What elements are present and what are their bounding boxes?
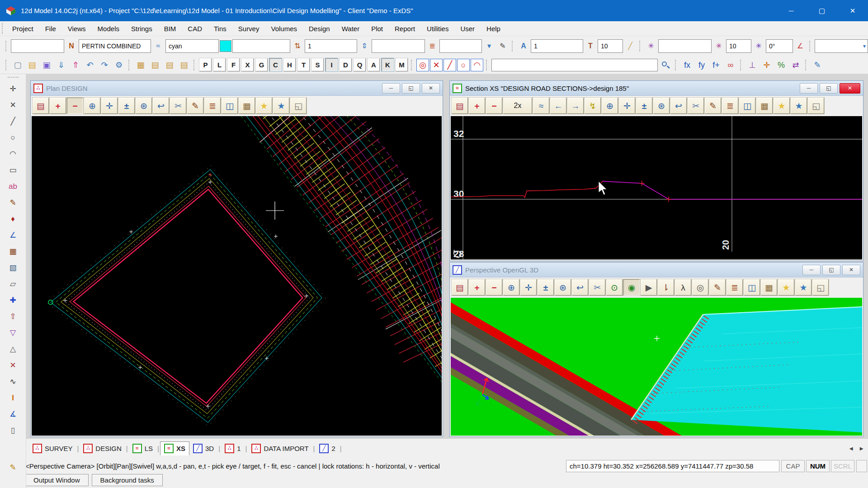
section-zoom-previous-button[interactable]: ↩	[670, 98, 687, 114]
tabs-scroll-right[interactable]: ►	[859, 445, 864, 452]
line-snap-button[interactable]: ╱	[443, 59, 456, 71]
toggle-images-button[interactable]: I	[326, 58, 338, 71]
survey-target-button[interactable]: ✛	[760, 58, 774, 72]
section-zoom-fit-button[interactable]: ⊕	[602, 98, 618, 114]
section-paintbrush-button[interactable]: ✎	[705, 98, 721, 114]
view-tab-data-import[interactable]: ∴DATA IMPORT	[248, 442, 312, 455]
plan-close-button[interactable]: ✕	[422, 83, 440, 94]
menu-item-project[interactable]: Project	[6, 21, 39, 36]
plan-star-yellow-button[interactable]: ★	[256, 98, 272, 114]
perspective-pan-button[interactable]: ✛	[520, 279, 537, 296]
new-project-button[interactable]: ▢	[11, 58, 24, 72]
delete-tool[interactable]: ✕	[5, 98, 21, 112]
chain-button[interactable]: ∞	[724, 58, 737, 72]
perspective-zoom-out-button[interactable]: −	[486, 279, 502, 296]
section-delete-button[interactable]: ✂	[688, 98, 704, 114]
symbol-rotate-button[interactable]: ✳	[712, 39, 725, 53]
model-tasks-2-button[interactable]: ▤	[163, 58, 176, 72]
plan-pan-button[interactable]: ✛	[101, 98, 118, 114]
export-button[interactable]: ⇑	[69, 58, 82, 72]
view-tab-survey[interactable]: ∴SURVEY	[29, 442, 76, 455]
symbol-tool[interactable]: ♦	[5, 211, 21, 226]
curve-tool[interactable]: ∿	[5, 374, 21, 389]
circle-tool[interactable]: ○	[5, 130, 21, 145]
menu-item-water[interactable]: Water	[336, 21, 365, 36]
section-layout-button[interactable]: ◱	[808, 98, 824, 114]
perspective-zoom-previous-button[interactable]: ↩	[572, 279, 588, 296]
menu-item-tins[interactable]: Tins	[208, 21, 232, 36]
toggle-text-button[interactable]: T	[297, 58, 310, 71]
menu-item-help[interactable]: Help	[481, 21, 506, 36]
cad-text-input[interactable]	[491, 59, 658, 71]
undo-button[interactable]: ↶	[83, 58, 97, 72]
ruler-button[interactable]: ╱	[624, 39, 637, 53]
function-fx-button[interactable]: fx	[680, 58, 694, 72]
drive-button[interactable]: ◎	[692, 279, 708, 296]
app-titlebar[interactable]: 12d Model 14.0C2j (nt.x64) - Project "C:…	[0, 0, 868, 21]
symbol-style-button[interactable]: ✳	[645, 39, 657, 53]
perspective-star-blue-button[interactable]: ★	[795, 279, 811, 296]
circle-snap-button[interactable]: ○	[457, 59, 470, 71]
toggle-m-button[interactable]: M	[396, 58, 408, 71]
section-close-button[interactable]: ✕	[840, 83, 860, 94]
rectangle-tool[interactable]: ▭	[5, 163, 21, 177]
section-plot-button[interactable]: ≣	[722, 98, 738, 114]
save-button[interactable]: ▣	[40, 58, 53, 72]
style-field[interactable]	[372, 39, 425, 53]
perspective-zoom-fit-button[interactable]: ⊕	[503, 279, 519, 296]
colour-swatch[interactable]	[220, 40, 231, 52]
eye-button[interactable]: ⊙	[606, 279, 623, 296]
perspective-plot-button[interactable]: ≣	[726, 279, 743, 296]
open-model-button[interactable]: ▦	[134, 58, 147, 72]
menu-item-volumes[interactable]: Volumes	[265, 21, 303, 36]
function-combo[interactable]: ▾	[815, 39, 868, 53]
menu-item-models[interactable]: Models	[92, 21, 125, 36]
line-tool[interactable]: ╱	[5, 114, 21, 128]
plan-restore-button[interactable]: ◱	[402, 83, 420, 94]
arc-snap-button[interactable]: ◠	[471, 59, 483, 71]
text-tool[interactable]: ab	[5, 179, 21, 193]
pen-field[interactable]	[439, 39, 482, 53]
plan-window-titlebar[interactable]: ∴ Plan DESIGN ─◱✕	[31, 81, 443, 96]
survey-setup-button[interactable]: ⊥	[745, 58, 759, 72]
funnel-tool[interactable]: ▽	[5, 325, 21, 340]
measure-tool[interactable]: ∠	[5, 228, 21, 242]
pick-section-button[interactable]: ↯	[585, 98, 601, 114]
polygon-tool[interactable]: ▱	[5, 277, 21, 291]
plan-minimize-button[interactable]: ─	[382, 83, 400, 94]
view-tab-ls[interactable]: ≈LS	[129, 442, 156, 455]
menu-item-survey[interactable]: Survey	[232, 21, 265, 36]
function-edit-button[interactable]: f+	[709, 58, 723, 72]
view-tab-design[interactable]: ∴DESIGN	[80, 442, 125, 455]
symbol-field[interactable]	[658, 39, 712, 53]
section-view-menu-button[interactable]: ▤	[452, 98, 468, 114]
plan-zoom-previous-button[interactable]: ↩	[153, 98, 169, 114]
justify-button[interactable]: ≣	[426, 39, 439, 53]
plan-star-blue-button[interactable]: ★	[273, 98, 289, 114]
perspective-close-button[interactable]: ✕	[842, 265, 860, 275]
plan-delete-button[interactable]: ✂	[170, 98, 186, 114]
survey-percent-button[interactable]: %	[774, 58, 788, 72]
perspective-restore-button[interactable]: ◱	[822, 265, 840, 275]
section-canvas[interactable]: 32302820	[451, 116, 862, 260]
perspective-models-button[interactable]: ▦	[761, 279, 777, 296]
view-tab-1[interactable]: ∴1	[221, 442, 244, 455]
text-height-field[interactable]: 10	[598, 39, 623, 53]
perspective-zoom-button[interactable]: ±	[538, 279, 554, 296]
plan-view-menu-button[interactable]: ▤	[33, 98, 49, 114]
raise-point-tool[interactable]: ⇧	[5, 309, 21, 324]
toggle-a-button[interactable]: A	[368, 58, 380, 71]
settings-button[interactable]: ⚙	[112, 58, 126, 72]
toggle-strings-button[interactable]: S	[311, 58, 324, 71]
tin-filter-field[interactable]	[11, 39, 64, 53]
toggle-x-button[interactable]: X	[241, 58, 254, 71]
perspective-view-menu-button[interactable]: ▤	[452, 279, 468, 296]
import-button[interactable]: ⇓	[54, 58, 68, 72]
section-copy-view-button[interactable]: ◫	[739, 98, 755, 114]
view-tab-xs[interactable]: ≈XS	[160, 441, 189, 455]
section-star-blue-button[interactable]: ★	[791, 98, 807, 114]
image-tool[interactable]: ▧	[5, 260, 21, 275]
section-models-button[interactable]: ▦	[756, 98, 773, 114]
section-minimize-button[interactable]: ─	[800, 83, 818, 94]
panel-tool[interactable]: ▯	[5, 423, 21, 437]
